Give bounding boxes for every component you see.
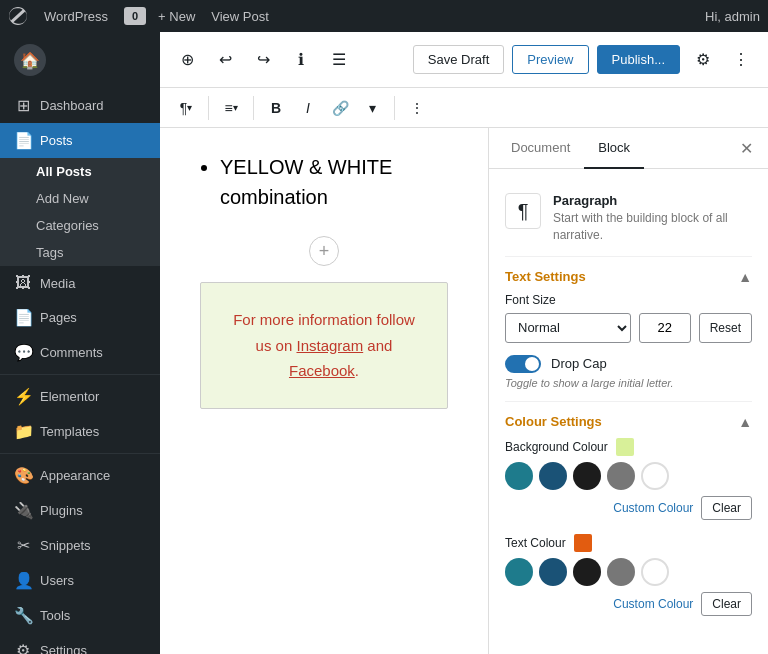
- sidebar-brand: 🏠: [0, 32, 160, 88]
- toggle-knob: [525, 357, 539, 371]
- text-settings-header: Text Settings ▲: [505, 257, 752, 293]
- sidebar: 🏠 ⊞ Dashboard 📄 Posts All Posts Add New …: [0, 32, 160, 654]
- text-colour-preview: [574, 534, 592, 552]
- right-panel: Document Block ✕ ¶ Paragraph Start with …: [488, 128, 768, 654]
- admin-greeting: Hi, admin: [705, 9, 760, 24]
- site-name[interactable]: WordPress: [40, 9, 112, 24]
- comments-bubble[interactable]: 0: [124, 7, 146, 25]
- undo-button[interactable]: ↩: [210, 45, 240, 75]
- redo-button[interactable]: ↪: [248, 45, 278, 75]
- sidebar-label-comments: Comments: [40, 345, 103, 360]
- bg-clear-button[interactable]: Clear: [701, 496, 752, 520]
- sidebar-item-media[interactable]: 🖼 Media: [0, 266, 160, 300]
- sidebar-item-tools[interactable]: 🔧 Tools: [0, 598, 160, 633]
- align-button[interactable]: ≡ ▾: [217, 94, 245, 122]
- bg-swatch-gray[interactable]: [607, 462, 635, 490]
- text-swatch-white[interactable]: [641, 558, 669, 586]
- toolbar-divider-1: [208, 96, 209, 120]
- add-block-canvas-button[interactable]: +: [309, 236, 339, 266]
- sidebar-item-elementor[interactable]: ⚡ Elementor: [0, 379, 160, 414]
- toolbar-divider-2: [253, 96, 254, 120]
- text-swatch-dark-teal[interactable]: [505, 558, 533, 586]
- bg-swatch-dark-teal[interactable]: [505, 462, 533, 490]
- drop-cap-toggle[interactable]: [505, 355, 541, 373]
- text-settings-title: Text Settings: [505, 269, 586, 284]
- editor-canvas[interactable]: YELLOW & WHITE combination + For more in…: [160, 128, 488, 654]
- bg-swatch-dark-blue[interactable]: [539, 462, 567, 490]
- sidebar-item-add-new[interactable]: Add New: [0, 185, 160, 212]
- sidebar-item-pages[interactable]: 📄 Pages: [0, 300, 160, 335]
- block-info-text: Paragraph Start with the building block …: [553, 193, 752, 244]
- facebook-link[interactable]: Facebook: [289, 362, 355, 379]
- colour-settings-toggle[interactable]: ▲: [738, 414, 752, 430]
- text-swatch-dark-blue[interactable]: [539, 558, 567, 586]
- link-button[interactable]: 🔗: [326, 94, 354, 122]
- panel-body: ¶ Paragraph Start with the building bloc…: [489, 169, 768, 642]
- text-custom-colour-link[interactable]: Custom Colour: [613, 597, 693, 611]
- list-item: YELLOW & WHITE combination: [220, 152, 448, 212]
- drop-cap-label: Drop Cap: [551, 356, 607, 371]
- bold-button[interactable]: B: [262, 94, 290, 122]
- instagram-link[interactable]: Instagram: [296, 337, 363, 354]
- sidebar-label-users: Users: [40, 573, 74, 588]
- list-view-button[interactable]: ☰: [324, 45, 354, 75]
- font-size-input[interactable]: [639, 313, 691, 343]
- more-rich-text-button[interactable]: ▾: [358, 94, 386, 122]
- block-more-icon: ⋮: [410, 100, 424, 116]
- users-icon: 👤: [14, 571, 32, 590]
- sidebar-item-tags[interactable]: Tags: [0, 239, 160, 266]
- sidebar-item-templates[interactable]: 📁 Templates: [0, 414, 160, 449]
- font-size-select[interactable]: Normal Small Medium Large Huge: [505, 313, 631, 343]
- sidebar-item-comments[interactable]: 💬 Comments: [0, 335, 160, 370]
- editor-topbar: ⊕ ↩ ↪ ℹ ☰ Save Draft Preview Publish... …: [160, 32, 768, 88]
- settings-icon: ⚙: [14, 641, 32, 654]
- sidebar-label-appearance: Appearance: [40, 468, 110, 483]
- new-content-button[interactable]: + New: [158, 9, 195, 24]
- bg-swatch-black[interactable]: [573, 462, 601, 490]
- tab-document[interactable]: Document: [497, 128, 584, 169]
- text-swatch-black[interactable]: [573, 558, 601, 586]
- sidebar-item-users[interactable]: 👤 Users: [0, 563, 160, 598]
- posts-submenu: All Posts Add New Categories Tags: [0, 158, 160, 266]
- sidebar-item-categories[interactable]: Categories: [0, 212, 160, 239]
- italic-button[interactable]: I: [294, 94, 322, 122]
- sidebar-item-snippets[interactable]: ✂ Snippets: [0, 528, 160, 563]
- font-size-reset-button[interactable]: Reset: [699, 313, 752, 343]
- snippets-icon: ✂: [14, 536, 32, 555]
- tab-block[interactable]: Block: [584, 128, 644, 169]
- text-swatches: [505, 558, 752, 586]
- paragraph-type-button[interactable]: ¶ ▾: [172, 94, 200, 122]
- sidebar-item-dashboard[interactable]: ⊞ Dashboard: [0, 88, 160, 123]
- panel-tabs: Document Block ✕: [489, 128, 768, 169]
- sidebar-item-posts[interactable]: 📄 Posts: [0, 123, 160, 158]
- block-info-section: ¶ Paragraph Start with the building bloc…: [505, 181, 752, 257]
- tools-icon: 🔧: [14, 606, 32, 625]
- text-settings-toggle[interactable]: ▲: [738, 269, 752, 285]
- preview-button[interactable]: Preview: [512, 45, 588, 74]
- block-type-icon: ¶: [505, 193, 541, 229]
- settings-button[interactable]: ⚙: [688, 45, 718, 75]
- panel-close-button[interactable]: ✕: [732, 134, 760, 162]
- save-draft-button[interactable]: Save Draft: [413, 45, 504, 74]
- appearance-icon: 🎨: [14, 466, 32, 485]
- categories-label: Categories: [36, 218, 99, 233]
- more-options-button[interactable]: ⋮: [726, 45, 756, 75]
- view-post-link[interactable]: View Post: [207, 9, 273, 24]
- list-item-text: YELLOW & WHITE combination: [220, 156, 392, 208]
- bg-custom-colour-link[interactable]: Custom Colour: [613, 501, 693, 515]
- bg-swatch-white[interactable]: [641, 462, 669, 490]
- sidebar-item-plugins[interactable]: 🔌 Plugins: [0, 493, 160, 528]
- wp-logo-icon[interactable]: [8, 6, 28, 26]
- sidebar-item-settings[interactable]: ⚙ Settings: [0, 633, 160, 654]
- text-swatch-gray[interactable]: [607, 558, 635, 586]
- new-label: + New: [158, 9, 195, 24]
- sidebar-label-plugins: Plugins: [40, 503, 83, 518]
- info-button[interactable]: ℹ: [286, 45, 316, 75]
- block-more-options-button[interactable]: ⋮: [403, 94, 431, 122]
- add-block-topbar-button[interactable]: ⊕: [172, 45, 202, 75]
- text-clear-button[interactable]: Clear: [701, 592, 752, 616]
- publish-button[interactable]: Publish...: [597, 45, 680, 74]
- sidebar-item-appearance[interactable]: 🎨 Appearance: [0, 458, 160, 493]
- sidebar-item-all-posts[interactable]: All Posts: [0, 158, 160, 185]
- comments-link[interactable]: 0: [124, 7, 146, 25]
